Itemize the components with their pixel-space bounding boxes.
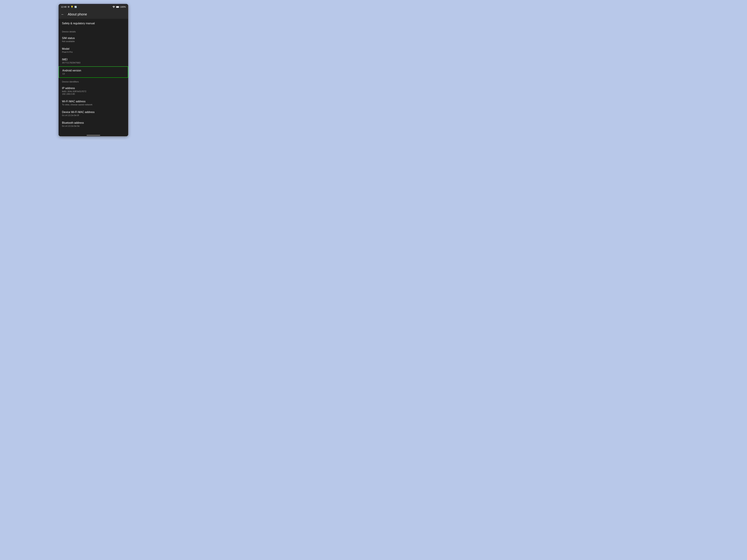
back-button[interactable]: ← [61, 12, 65, 16]
svg-rect-3 [116, 6, 119, 7]
device-wifi-mac-value: 0c:c4:13:2e:0e:0f [62, 114, 125, 116]
sim-status-value: Not available [62, 40, 125, 43]
battery-icon [116, 6, 119, 8]
ip-address-value: fe80::304c:93ff:fe53:f572192.168.0.80 [62, 90, 125, 95]
home-indicator-bar [58, 134, 128, 136]
android-version-item[interactable]: Android version 13 [58, 66, 128, 78]
device-details-section: Device details [58, 28, 128, 34]
bottom-padding [58, 130, 128, 133]
bluetooth-address-item[interactable]: Bluetooth address 0c:c4:13:2e:0e:0e [58, 119, 128, 130]
status-left: 12:48 ⚙ 💡 🔄 [61, 6, 77, 8]
bluetooth-address-value: 0c:c4:13:2e:0e:0e [62, 125, 125, 127]
imei-value: 357721782947683 [62, 61, 125, 64]
model-item[interactable]: Model Pixel 6 Pro [58, 45, 128, 56]
content-area[interactable]: Safety & regulatory manual Device detail… [58, 19, 128, 134]
phone-frame: 12:48 ⚙ 💡 🔄 100% ← [58, 4, 128, 136]
imei-item[interactable]: IMEI 357721782947683 [58, 56, 128, 66]
model-title: Model [62, 47, 125, 50]
ip-address-title: IP address [62, 87, 125, 90]
device-identifiers-section: Device identifiers [58, 78, 128, 84]
wifi-mac-value: To view, choose saved network [62, 103, 125, 106]
device-wifi-mac-title: Device Wi-Fi MAC address [62, 111, 125, 114]
gear-icon: ⚙ [68, 6, 70, 8]
model-value: Pixel 6 Pro [62, 51, 125, 53]
app-header: ← About phone [58, 10, 128, 19]
device-wifi-mac-item[interactable]: Device Wi-Fi MAC address 0c:c4:13:2e:0e:… [58, 108, 128, 119]
sim-status-title: SIM status [62, 37, 125, 40]
sync-icon: 🔄 [74, 6, 77, 8]
status-right: 100% [112, 6, 126, 8]
wifi-icon [112, 6, 115, 8]
imei-title: IMEI [62, 58, 125, 61]
status-bar: 12:48 ⚙ 💡 🔄 100% [58, 4, 128, 10]
bulb-icon: 💡 [71, 6, 73, 8]
home-indicator [86, 135, 100, 136]
svg-rect-2 [119, 6, 119, 7]
sim-status-item[interactable]: SIM status Not available [58, 34, 128, 45]
page-title: About phone [68, 12, 87, 16]
ip-address-item[interactable]: IP address fe80::304c:93ff:fe53:f572192.… [58, 84, 128, 98]
wifi-mac-item[interactable]: Wi-Fi MAC address To view, choose saved … [58, 98, 128, 108]
android-version-value: 13 [62, 73, 124, 75]
svg-point-0 [113, 8, 114, 8]
status-time: 12:48 [61, 6, 67, 8]
safety-regulatory-item[interactable]: Safety & regulatory manual [58, 19, 128, 28]
wifi-mac-title: Wi-Fi MAC address [62, 100, 125, 103]
battery-level: 100% [120, 6, 126, 8]
android-version-title: Android version [62, 69, 124, 72]
bluetooth-address-title: Bluetooth address [62, 121, 125, 124]
safety-regulatory-title: Safety & regulatory manual [62, 22, 125, 25]
